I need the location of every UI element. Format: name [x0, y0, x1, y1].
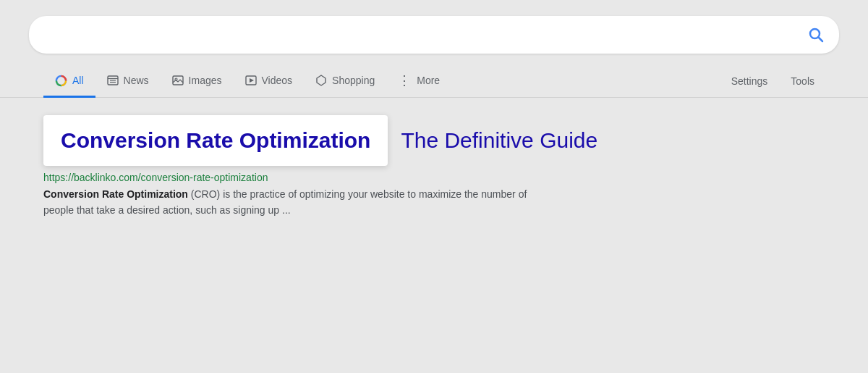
tab-images[interactable]: Images [161, 66, 234, 97]
videos-icon [245, 75, 257, 86]
tab-news[interactable]: News [95, 66, 161, 97]
tab-news-label: News [124, 75, 149, 86]
svg-rect-7 [173, 76, 183, 85]
search-icon [807, 26, 825, 43]
result-title-highlight[interactable]: Conversion Rate Optimization [43, 115, 388, 166]
news-icon [107, 75, 119, 86]
tab-all[interactable]: All [43, 66, 95, 98]
svg-line-1 [819, 38, 823, 42]
svg-marker-10 [250, 78, 254, 83]
search-box: conversion rate optimization [29, 16, 839, 54]
results-area: Conversion Rate Optimization The Definit… [0, 98, 868, 236]
all-icon [55, 75, 67, 87]
tab-shopping[interactable]: Shopping [304, 66, 386, 97]
result-title-main: Conversion Rate Optimization [61, 128, 370, 153]
tools-link[interactable]: Tools [780, 67, 825, 96]
nav-tabs: All News Images [0, 65, 868, 98]
tab-images-label: Images [189, 75, 222, 86]
tab-shopping-label: Shopping [332, 75, 375, 86]
nav-right: Settings Tools [721, 67, 825, 96]
search-bar-area: conversion rate optimization [0, 0, 868, 65]
result-url[interactable]: https://backlinko.com/conversion-rate-op… [43, 172, 825, 183]
tab-videos-label: Videos [262, 75, 293, 86]
result-snippet: Conversion Rate Optimization (CRO) is th… [43, 186, 550, 219]
result-item: Conversion Rate Optimization The Definit… [43, 115, 825, 219]
search-input[interactable]: conversion rate optimization [43, 28, 807, 43]
shopping-icon [315, 75, 327, 86]
google-colored-icon [55, 75, 67, 87]
images-icon [172, 75, 184, 86]
tab-more[interactable]: ⋮ More [386, 65, 451, 98]
result-title-row: Conversion Rate Optimization The Definit… [43, 115, 825, 166]
search-button[interactable] [807, 26, 825, 43]
tab-videos[interactable]: Videos [234, 66, 305, 97]
result-title-suffix: The Definitive Guide [401, 128, 597, 153]
more-icon: ⋮ [398, 74, 412, 87]
tab-all-label: All [72, 75, 84, 86]
tab-more-label: More [417, 75, 440, 86]
settings-link[interactable]: Settings [721, 67, 778, 96]
result-snippet-bold: Conversion Rate Optimization [43, 188, 188, 200]
